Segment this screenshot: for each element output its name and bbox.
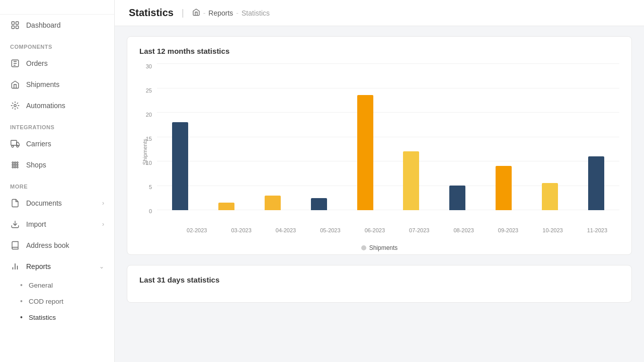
- x-label-09-2023: 09-2023: [486, 224, 530, 238]
- bar-02-2023[interactable]: [172, 122, 188, 210]
- sidebar-item-import[interactable]: Import ›: [0, 214, 114, 235]
- sidebar-label-reports: Reports: [26, 262, 51, 270]
- automations-icon: [10, 101, 20, 111]
- bar-11-2023[interactable]: [588, 156, 604, 210]
- bar-group-08-2023: [434, 63, 480, 210]
- sidebar-item-documents[interactable]: Documents ›: [0, 193, 114, 214]
- sidebar-label-automations: Automations: [26, 102, 65, 110]
- sidebar-label-dashboard: Dashboard: [26, 21, 61, 29]
- bar-group-05-2023: [296, 63, 342, 210]
- bar-07-2023[interactable]: [403, 151, 419, 210]
- sub-label-general: General: [29, 282, 53, 289]
- x-label-03-2023: 03-2023: [219, 224, 263, 238]
- sidebar-item-dashboard[interactable]: Dashboard: [0, 15, 114, 36]
- address-book-icon: [10, 240, 20, 250]
- sidebar-label-import: Import: [26, 220, 46, 228]
- chart2-card: Last 31 days statistics: [127, 265, 632, 303]
- section-label-more: MORE: [0, 175, 114, 193]
- svg-point-12: [12, 164, 14, 166]
- bar-group-06-2023: [342, 63, 388, 210]
- sidebar-logo: [0, 0, 114, 15]
- bar-group-04-2023: [250, 63, 296, 210]
- bar-group-11-2023: [573, 63, 619, 210]
- sidebar-item-reports[interactable]: Reports ⌄: [0, 256, 114, 277]
- breadcrumb-separator1: -: [203, 9, 206, 17]
- bar-group-03-2023: [203, 63, 250, 210]
- x-label-10-2023: 10-2023: [530, 224, 575, 238]
- x-label-02-2023: 02-2023: [175, 224, 219, 238]
- sidebar-item-orders[interactable]: Orders: [0, 53, 114, 74]
- bar-05-2023[interactable]: [311, 198, 327, 210]
- bar-group-10-2023: [527, 63, 573, 210]
- sidebar-item-automations[interactable]: Automations: [0, 95, 114, 116]
- bar-10-2023[interactable]: [542, 183, 558, 210]
- sidebar-item-address-book[interactable]: Address book: [0, 235, 114, 256]
- chart1-area: 30 25 20 15 10 5 0: [139, 63, 619, 224]
- svg-rect-6: [11, 140, 17, 145]
- x-axis: 02-202303-202304-202305-202306-202307-20…: [139, 224, 619, 238]
- sidebar: Dashboard COMPONENTS Orders Shipments Au…: [0, 0, 115, 362]
- chart-inner: Shipments: [157, 63, 619, 224]
- main-content-area: Statistics | - Reports - Statistics Last…: [115, 0, 644, 362]
- chart2-title: Last 31 days statistics: [139, 276, 619, 284]
- svg-point-13: [15, 164, 16, 166]
- svg-point-11: [17, 162, 18, 163]
- y-label-6: 30: [146, 63, 152, 69]
- bars-row: [157, 63, 619, 210]
- x-label-04-2023: 04-2023: [264, 224, 308, 238]
- legend-dot: [361, 245, 366, 250]
- sidebar-sub-item-general[interactable]: General: [0, 277, 114, 293]
- sidebar-item-shops[interactable]: Shops: [0, 154, 114, 175]
- chart1-title: Last 12 months statistics: [139, 47, 619, 55]
- reports-chevron: ⌄: [99, 263, 104, 270]
- header-separator: |: [182, 8, 184, 18]
- home-icon[interactable]: [192, 8, 200, 18]
- breadcrumb-reports[interactable]: Reports: [208, 9, 233, 17]
- page-title: Statistics: [129, 7, 174, 19]
- x-label-05-2023: 05-2023: [308, 224, 352, 238]
- svg-point-7: [12, 145, 14, 147]
- import-icon: [10, 219, 20, 229]
- bar-04-2023[interactable]: [265, 196, 281, 210]
- sidebar-item-carriers[interactable]: Carriers: [0, 133, 114, 154]
- chart1-container: 30 25 20 15 10 5 0: [139, 63, 619, 244]
- main-header: Statistics | - Reports - Statistics: [115, 0, 644, 26]
- svg-rect-0: [12, 22, 14, 24]
- breadcrumb-separator2: -: [236, 9, 238, 17]
- svg-rect-2: [12, 26, 14, 29]
- bar-group-09-2023: [480, 63, 527, 210]
- sub-label-cod-report: COD report: [29, 298, 63, 305]
- svg-point-16: [15, 166, 16, 168]
- shipments-icon: [10, 79, 20, 89]
- bar-08-2023[interactable]: [449, 186, 465, 210]
- y-label-0: 0: [149, 208, 152, 214]
- documents-icon: [10, 198, 20, 208]
- sidebar-label-carriers: Carriers: [26, 140, 51, 148]
- x-label-11-2023: 11-2023: [575, 224, 619, 238]
- section-label-integrations: INTEGRATIONS: [0, 116, 114, 133]
- documents-chevron: ›: [102, 200, 104, 207]
- orders-icon: [10, 58, 20, 68]
- sidebar-item-shipments[interactable]: Shipments: [0, 74, 114, 95]
- y-axis-label: Shipments: [142, 139, 148, 165]
- bar-03-2023[interactable]: [218, 203, 234, 210]
- sidebar-sub-item-cod-report[interactable]: COD report: [0, 293, 114, 309]
- carriers-icon: [10, 139, 20, 149]
- bar-06-2023[interactable]: [357, 95, 373, 210]
- svg-point-10: [15, 162, 16, 163]
- sidebar-label-shops: Shops: [26, 161, 46, 169]
- import-chevron: ›: [102, 221, 104, 228]
- bar-09-2023[interactable]: [496, 166, 512, 210]
- y-label-5: 25: [146, 87, 152, 94]
- svg-point-5: [14, 105, 17, 107]
- y-label-1: 5: [149, 184, 152, 190]
- chart1-card: Last 12 months statistics 30 25 20 15 10…: [127, 36, 632, 255]
- sidebar-label-shipments: Shipments: [26, 80, 59, 88]
- bar-group-07-2023: [388, 63, 435, 210]
- svg-point-9: [12, 162, 14, 163]
- sidebar-sub-item-statistics[interactable]: Statistics: [0, 309, 114, 325]
- y-label-4: 20: [146, 112, 152, 118]
- bar-group-02-2023: [157, 63, 203, 210]
- x-label-08-2023: 08-2023: [441, 224, 486, 238]
- sub-label-statistics: Statistics: [29, 314, 56, 321]
